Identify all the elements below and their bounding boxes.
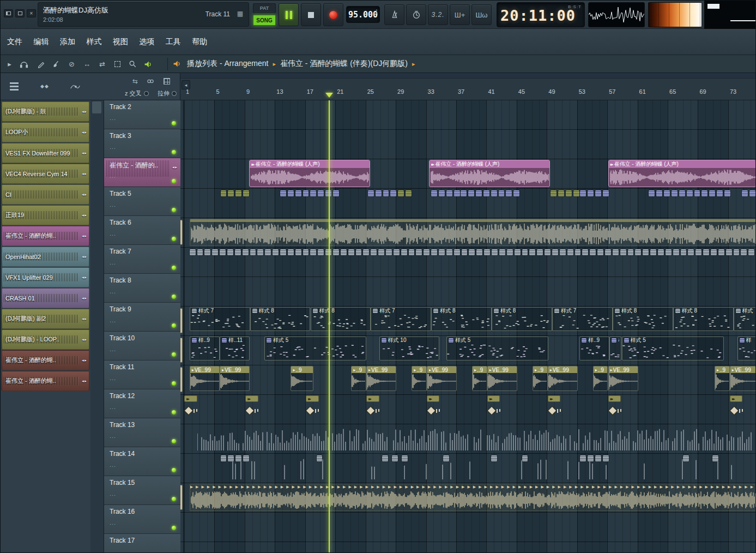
browser-item[interactable]: CRASH 01◄►	[2, 288, 89, 308]
track-lane[interactable]: ▶▶▶▶▶▶▶▶▶▶▶▶▶▶▶▶▶▶▶▶▶▶▶▶▶▶▶▶▶▶▶▶▶▶▶▶▶▶▶▶…	[180, 483, 755, 512]
track-name[interactable]: Track 14	[110, 450, 135, 458]
clip-hit[interactable]: ▸VE..99	[366, 366, 396, 391]
timeline-ruler[interactable]: ◂ 15913172125293337414549535761656973	[180, 73, 755, 100]
clip-blocks[interactable]	[431, 190, 461, 196]
step-play-icon[interactable]: ▸	[3, 57, 16, 71]
clip-hit[interactable]: ▸VE..99	[730, 366, 755, 391]
clip-blocks[interactable]	[221, 190, 250, 196]
channel-rack-icon[interactable]	[6, 79, 22, 94]
stop-button[interactable]	[301, 3, 321, 26]
clip-hit[interactable]: ▸..9	[291, 366, 313, 391]
track-name[interactable]: Track 9	[110, 305, 131, 313]
clip-style2[interactable]: 样式 5	[446, 336, 548, 360]
breadcrumb-item[interactable]: 崔伟立 - 酒醉的蝴蝶 (伴奏)(DJ何鹏版)	[280, 59, 408, 69]
metronome-icon[interactable]	[384, 4, 404, 25]
clip-hit[interactable]: ▸VE..99	[487, 366, 517, 391]
track-options[interactable]: ...	[110, 230, 116, 237]
track-header[interactable]: Track 14...	[104, 447, 180, 476]
clip-style[interactable]: 样式 8	[250, 307, 311, 331]
track-lane[interactable]	[180, 189, 755, 218]
browser-item[interactable]: LOOP小◄►	[2, 122, 89, 142]
track-header[interactable]: Track 16...	[104, 505, 180, 534]
clip-hit[interactable]: ▸..9	[715, 366, 730, 391]
clip-style[interactable]: 样式	[734, 307, 755, 331]
menu-add[interactable]: 添加	[56, 29, 80, 55]
clip-hit[interactable]: ▸..9	[412, 366, 427, 391]
clip-pair[interactable]: ▸▸	[245, 395, 258, 419]
clip-style[interactable]: 样式 7	[552, 307, 613, 331]
clip-mini[interactable]	[317, 455, 323, 461]
track-options[interactable]: ...	[110, 317, 116, 323]
menu-edit[interactable]: 编辑	[29, 29, 53, 55]
slice-tool-icon[interactable]: ⇄	[95, 57, 109, 71]
track-lane[interactable]	[180, 513, 755, 542]
track-mute-led[interactable]	[172, 439, 176, 443]
clip-stub[interactable]	[180, 308, 183, 333]
clip-mini[interactable]	[382, 455, 388, 461]
browser-item[interactable]: VFX1 Uplifter 029◄►	[2, 267, 89, 287]
clip-pair[interactable]: ▸▸	[487, 395, 500, 419]
track-mute-led[interactable]	[172, 526, 176, 530]
track-lane[interactable]	[180, 218, 755, 247]
clip-stub[interactable]	[180, 338, 183, 363]
track-options[interactable]: ...	[110, 548, 116, 552]
track-mute-led[interactable]	[172, 468, 176, 472]
clip-hit[interactable]: ▸VE..99	[427, 366, 457, 391]
track-lane[interactable]: ▸▸▸▸▸▸▸▸▸▸▸▸▸▸▸▸▸▸	[180, 395, 755, 424]
track-name[interactable]: Track 5	[110, 190, 131, 197]
track-mute-led[interactable]	[172, 323, 176, 328]
time-display[interactable]: B:S:T 20:11:00	[497, 2, 585, 27]
track-mute-led[interactable]	[172, 179, 176, 183]
clip-pair[interactable]: ▸▸	[184, 395, 197, 419]
track-options[interactable]: ...	[110, 490, 116, 497]
track-options[interactable]: ...	[110, 143, 116, 150]
track-header[interactable]: Track 13...	[104, 418, 180, 447]
clip-style[interactable]: 样式 8	[431, 307, 492, 331]
clip-mini[interactable]	[683, 455, 689, 461]
menu-file[interactable]: 文件	[3, 29, 27, 55]
swap-icon[interactable]: ⇆	[129, 76, 141, 86]
loop-recording-icon[interactable]: Шω	[471, 4, 492, 25]
clip-style2[interactable]: 样..9	[190, 336, 220, 360]
mute-tool-icon[interactable]: ⊘	[65, 57, 78, 71]
song-mode-button[interactable]: SONG	[253, 15, 276, 26]
track-name[interactable]: 崔伟立 - 酒醉的..	[110, 161, 158, 170]
menu-options[interactable]: 选项	[135, 29, 159, 55]
track-name[interactable]: Track 10	[110, 334, 135, 342]
track-options[interactable]: ...	[110, 461, 116, 468]
track-mute-led[interactable]	[172, 410, 176, 414]
clip-style2[interactable]: 样..9	[579, 336, 609, 360]
zoom-strip[interactable]	[180, 73, 755, 79]
track-options[interactable]: ...	[110, 288, 116, 294]
clip-blocks[interactable]	[551, 190, 580, 196]
step-recording-icon[interactable]: Ш+	[450, 4, 470, 25]
clip-style2[interactable]: 样..11	[220, 336, 250, 360]
clip-pair[interactable]: ▸▸	[427, 395, 440, 419]
stretch-toggle[interactable]: 拉伸	[158, 89, 177, 98]
browser-item[interactable]: VES1 FX Downlifter 099◄►	[2, 143, 89, 163]
automation-icon[interactable]	[67, 79, 83, 94]
track-name[interactable]: Track 6	[110, 219, 131, 226]
clip-stub[interactable]	[180, 367, 183, 392]
track-header[interactable]: Track 3...	[104, 129, 180, 158]
track-lane[interactable]	[180, 100, 755, 129]
clip-blocks[interactable]	[461, 190, 521, 196]
track-name[interactable]: Track 2	[110, 103, 131, 111]
browser-item[interactable]: OpenHihat02◄►	[2, 247, 89, 267]
clip-wavehits[interactable]: ▶▶▶▶▶▶▶▶▶▶▶▶▶▶▶▶▶▶▶▶▶▶▶▶▶▶▶▶▶▶▶▶▶▶▶▶▶▶▶▶…	[190, 484, 755, 511]
clip-mini[interactable]	[522, 455, 528, 461]
track-options[interactable]: ...	[110, 172, 116, 179]
clip-mini[interactable]	[392, 455, 398, 461]
clip-stub[interactable]	[180, 485, 183, 510]
play-pause-button[interactable]	[279, 3, 299, 26]
clip-sparse[interactable]	[211, 459, 743, 479]
menu-help[interactable]: 帮助	[188, 29, 211, 55]
browser-item[interactable]: (DJ何鹏版) 副2◄►	[2, 309, 89, 329]
grid-icon[interactable]	[161, 76, 173, 86]
track-mute-led[interactable]	[172, 121, 176, 125]
track-name[interactable]: Track 11	[110, 363, 134, 371]
track-header[interactable]: Track 17...	[104, 534, 180, 552]
track-header[interactable]: Track 5...	[104, 187, 180, 216]
track-options[interactable]: ...	[110, 432, 116, 439]
playback-tool-icon[interactable]	[141, 57, 155, 71]
